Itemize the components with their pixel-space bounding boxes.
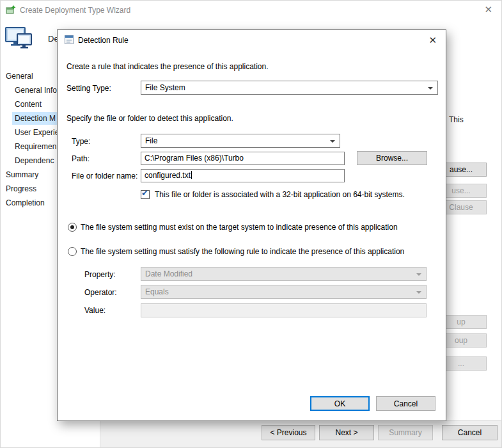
dialog-intro-text: Create a rule that indicates the presenc… xyxy=(67,62,269,71)
previous-button[interactable]: < Previous xyxy=(262,425,315,440)
operator-label: Operator: xyxy=(84,287,117,298)
checkmark-icon: ✔ xyxy=(141,189,148,198)
radio-must-exist[interactable] xyxy=(68,223,77,232)
chevron-down-icon xyxy=(416,291,421,294)
assoc-32bit-checkbox-label: This file or folder is associated with a… xyxy=(155,189,405,200)
chevron-down-icon xyxy=(428,87,433,90)
browse-button[interactable]: Browse... xyxy=(357,151,427,165)
dialog-title: Detection Rule xyxy=(78,36,129,45)
assoc-32bit-checkbox[interactable]: ✔ xyxy=(141,190,150,199)
sidebar-item-summary[interactable]: Summary xyxy=(6,168,38,181)
sidebar-item-dependencies[interactable]: Dependenc xyxy=(15,154,54,167)
file-name-label: File or folder name: xyxy=(72,171,137,181)
detection-rule-icon xyxy=(64,35,74,47)
section-separator xyxy=(65,212,439,212)
value-label: Value: xyxy=(84,305,106,316)
operator-value: Equals xyxy=(145,287,169,296)
file-name-value: configured.txt xyxy=(145,171,191,180)
create-deployment-type-wizard-window: Create Deployment Type Wizard ✕ De This … xyxy=(0,0,502,448)
sidebar-item-progress[interactable]: Progress xyxy=(6,182,36,195)
radio-must-exist-label: The file system setting must exist on th… xyxy=(81,222,398,232)
clipped-description-text: This xyxy=(449,115,464,124)
wizard-icon xyxy=(6,4,17,17)
computer-icon xyxy=(4,26,33,52)
radio-must-satisfy[interactable] xyxy=(68,247,77,256)
chevron-down-icon xyxy=(330,140,335,143)
setting-type-label: Setting Type: xyxy=(67,83,111,93)
radio-must-satisfy-label: The file system setting must satisfy the… xyxy=(81,246,404,257)
section-separator xyxy=(65,104,439,104)
type-label: Type: xyxy=(72,136,90,147)
property-select: Date Modified xyxy=(141,267,427,281)
property-value: Date Modified xyxy=(145,269,192,278)
ok-button[interactable]: OK xyxy=(310,396,370,411)
sidebar-item-general[interactable]: General xyxy=(6,70,33,83)
text-caret xyxy=(191,171,192,179)
property-label: Property: xyxy=(84,269,116,280)
path-input[interactable]: C:\Program Files (x86)\Turbo xyxy=(141,152,345,165)
setting-type-value: File System xyxy=(145,83,185,92)
dialog-close-icon[interactable]: ✕ xyxy=(428,35,437,46)
type-value: File xyxy=(145,136,157,145)
file-name-input[interactable]: configured.txt xyxy=(141,169,345,182)
next-button[interactable]: Next > xyxy=(319,425,374,440)
window-close-icon[interactable]: ✕ xyxy=(484,4,492,15)
sidebar-item-completion[interactable]: Completion xyxy=(6,196,45,209)
path-label: Path: xyxy=(72,154,90,164)
dialog-cancel-button[interactable]: Cancel xyxy=(376,396,435,411)
value-input xyxy=(141,303,427,317)
summary-button[interactable]: Summary xyxy=(378,425,433,440)
window-title: Create Deployment Type Wizard xyxy=(20,6,130,15)
path-value: C:\Program Files (x86)\Turbo xyxy=(145,154,244,163)
detection-rule-dialog: Detection Rule ✕ Create a rule that indi… xyxy=(57,29,446,421)
radio-dot xyxy=(70,225,74,229)
operator-select: Equals xyxy=(141,285,427,299)
wizard-cancel-button[interactable]: Cancel xyxy=(442,425,498,440)
setting-type-select[interactable]: File System xyxy=(141,81,438,95)
type-select[interactable]: File xyxy=(141,134,340,148)
specify-text: Specify the file or folder to detect thi… xyxy=(67,114,233,123)
sidebar-item-general-information[interactable]: General Info xyxy=(15,84,57,97)
chevron-down-icon xyxy=(416,273,421,276)
sidebar-item-requirements[interactable]: Requiremen xyxy=(15,140,56,153)
sidebar-item-content[interactable]: Content xyxy=(15,98,42,111)
sidebar-item-user-experience[interactable]: User Experie xyxy=(15,126,59,139)
